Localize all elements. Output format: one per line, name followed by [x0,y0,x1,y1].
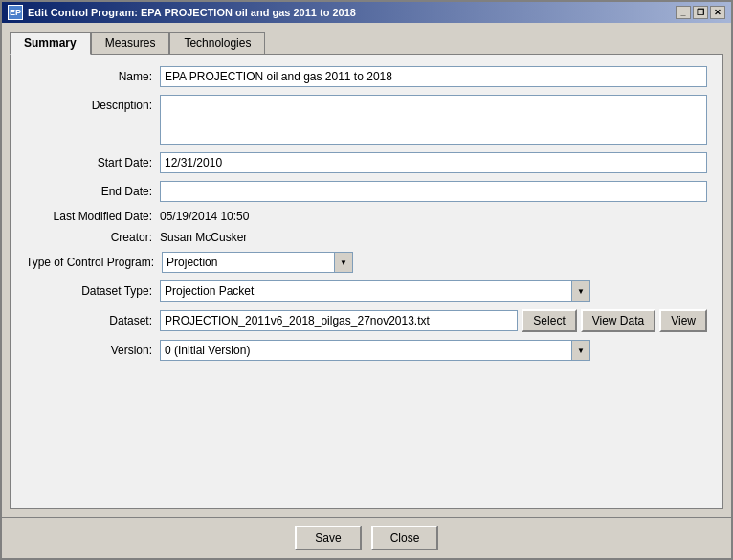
tab-bar: Summary Measures Technologies [10,31,723,54]
tab-measures[interactable]: Measures [91,32,170,55]
creator-row: Creator: Susan McCusker [26,231,707,244]
start-date-row: Start Date: [26,152,707,173]
description-field[interactable] [160,95,707,145]
view-button[interactable]: View [659,309,707,332]
end-date-label: End Date: [26,185,160,198]
version-select-wrapper: 0 (Initial Version) ▼ [160,340,590,361]
window-icon: EP [8,5,23,20]
type-select[interactable]: Projection [162,252,353,273]
description-row: Description: [26,95,707,145]
version-select[interactable]: 0 (Initial Version) [160,340,590,361]
dataset-type-select[interactable]: Projection Packet [160,280,590,302]
dataset-type-select-wrapper: Projection Packet ▼ [160,280,590,302]
window-title: Edit Control Program: EPA PROJECTION oil… [28,7,356,18]
dataset-row: Dataset: Select View Data View [26,309,707,332]
last-modified-row: Last Modified Date: 05/19/2014 10:50 [26,210,707,223]
type-label: Type of Control Program: [26,256,162,269]
main-window: EP Edit Control Program: EPA PROJECTION … [0,0,733,560]
dataset-label: Dataset: [26,314,160,327]
version-row: Version: 0 (Initial Version) ▼ [26,340,707,361]
creator-value: Susan McCusker [160,231,247,244]
last-modified-label: Last Modified Date: [26,210,160,223]
title-bar: EP Edit Control Program: EPA PROJECTION … [2,2,731,23]
end-date-row: End Date: [26,181,707,202]
view-data-button[interactable]: View Data [581,309,655,332]
creator-label: Creator: [26,231,160,244]
name-field[interactable] [160,66,707,87]
save-button[interactable]: Save [295,526,362,550]
tab-summary[interactable]: Summary [10,32,91,55]
type-row: Type of Control Program: Projection ▼ [26,252,707,273]
select-button[interactable]: Select [522,309,576,332]
close-button[interactable]: ✕ [710,6,725,19]
name-row: Name: [26,66,707,87]
version-label: Version: [26,344,160,357]
form-panel: Name: Description: Start Date: End Date:… [10,54,723,509]
start-date-label: Start Date: [26,156,160,169]
dataset-field[interactable] [160,310,518,331]
last-modified-value: 05/19/2014 10:50 [160,210,249,223]
end-date-field[interactable] [160,181,707,202]
dataset-controls: Select View Data View [160,309,707,332]
close-dialog-button[interactable]: Close [371,526,438,550]
start-date-field[interactable] [160,152,707,173]
name-label: Name: [26,70,160,83]
bottom-bar: Save Close [2,517,731,558]
dataset-type-row: Dataset Type: Projection Packet ▼ [26,280,707,302]
content-area: Summary Measures Technologies Name: Desc… [2,23,731,517]
type-select-wrapper: Projection ▼ [162,252,353,273]
dataset-type-label: Dataset Type: [26,284,160,298]
minimize-button[interactable]: _ [676,6,691,19]
restore-button[interactable]: ❐ [693,6,708,19]
description-label: Description: [26,95,160,112]
tab-technologies[interactable]: Technologies [169,32,265,55]
